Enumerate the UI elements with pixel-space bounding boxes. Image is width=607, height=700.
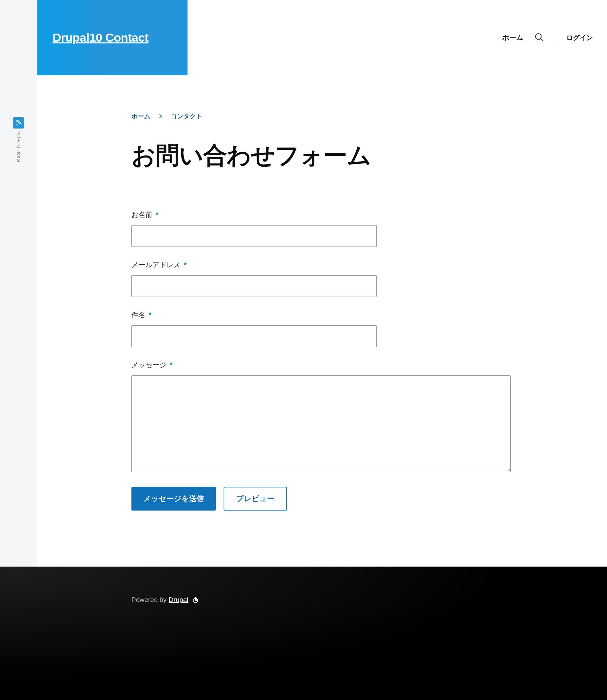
rss-icon (15, 119, 22, 127)
site-title[interactable]: Drupal10 Contact (53, 31, 149, 44)
social-rail: RSSフィード (0, 0, 37, 539)
field-email: メールアドレス * (131, 260, 593, 297)
drupal-drop-icon (192, 596, 199, 604)
input-subject[interactable] (131, 325, 377, 347)
page-title: お問い合わせフォーム (131, 140, 593, 172)
submit-button[interactable]: メッセージを送信 (131, 487, 216, 511)
svg-point-0 (536, 34, 541, 39)
powered-by: Powered by Drupal (131, 596, 607, 604)
required-mark: * (184, 261, 187, 269)
rss-label: RSSフィード (15, 133, 22, 162)
breadcrumb-current: コンタクト (171, 112, 202, 120)
nav-login[interactable]: ログイン (566, 33, 593, 42)
label-message-text: メッセージ (131, 361, 166, 369)
main-content: ホーム コンタクト お問い合わせフォーム お名前 * メールアドレス * 件名 … (37, 75, 607, 567)
input-name[interactable] (131, 225, 377, 247)
powered-link[interactable]: Drupal (169, 596, 188, 604)
required-mark: * (149, 311, 152, 319)
label-email-text: メールアドレス (131, 261, 180, 269)
input-email[interactable] (131, 275, 377, 297)
label-name-text: お名前 (131, 211, 152, 219)
label-subject-text: 件名 (131, 311, 145, 319)
powered-prefix: Powered by (131, 596, 166, 604)
search-button[interactable] (533, 32, 545, 44)
input-message[interactable] (131, 375, 511, 472)
field-name: お名前 * (131, 210, 593, 247)
label-subject: 件名 * (131, 310, 593, 320)
breadcrumb-home[interactable]: ホーム (131, 112, 150, 120)
form-actions: メッセージを送信 プレビュー (131, 487, 593, 511)
site-footer: Powered by Drupal (0, 567, 607, 700)
field-subject: 件名 * (131, 310, 593, 347)
nav-home[interactable]: ホーム (500, 30, 525, 45)
nav-separator (555, 30, 555, 45)
preview-button[interactable]: プレビュー (224, 487, 287, 511)
required-mark: * (170, 361, 173, 369)
label-name: お名前 * (131, 210, 593, 220)
breadcrumb: ホーム コンタクト (131, 112, 593, 120)
label-message: メッセージ * (131, 360, 593, 370)
contact-form: お名前 * メールアドレス * 件名 * メッセージ * (131, 210, 593, 511)
required-mark: * (156, 211, 159, 219)
header-nav: ホーム ログイン (500, 0, 607, 75)
site-header: Drupal10 Contact ホーム ログイン (0, 0, 607, 75)
search-icon (534, 32, 544, 43)
svg-line-1 (540, 39, 543, 41)
rss-link[interactable] (13, 117, 24, 129)
field-message: メッセージ * (131, 360, 593, 473)
chevron-right-icon (159, 114, 162, 119)
label-email: メールアドレス * (131, 260, 593, 270)
